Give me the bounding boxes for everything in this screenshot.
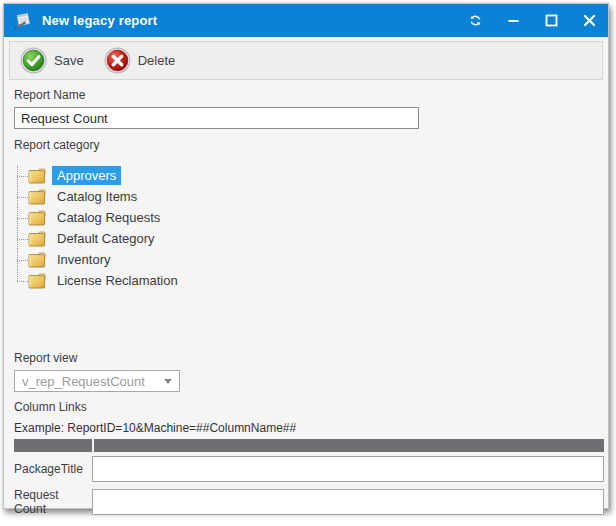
column-row-packagetitle: PackageTitle [14,452,604,485]
refresh-icon [469,14,482,27]
folder-icon [28,210,47,226]
column-row-label: PackageTitle [14,462,92,476]
request-count-link-input[interactable] [92,489,604,515]
save-button[interactable]: Save [20,47,84,74]
tree-item-catalog-items[interactable]: Catalog Items [14,186,602,207]
titlebar: New legacy report [4,4,608,37]
toolbar: Save Delete [9,41,603,80]
tree-connector-horizontal [17,239,28,240]
save-check-icon [20,47,47,74]
notepad-pen-icon [14,12,33,29]
column-row-request-count: Request Count [14,485,604,518]
tree-connector-horizontal [17,260,28,261]
table-header [14,439,604,452]
tree-item-inventory[interactable]: Inventory [14,249,602,270]
close-icon [583,14,596,27]
delete-button[interactable]: Delete [104,47,176,74]
packagetitle-link-input[interactable] [92,456,604,482]
report-name-label: Report Name [14,88,602,102]
tree-item-catalog-requests[interactable]: Catalog Requests [14,207,602,228]
folder-icon [28,231,47,247]
maximize-button[interactable] [544,14,558,28]
report-name-input[interactable] [14,107,419,129]
folder-icon [28,168,47,184]
tree-item-license-reclamation[interactable]: License Reclamation [14,270,602,291]
save-label: Save [54,53,84,68]
report-category-label: Report category [14,138,602,152]
refresh-button[interactable] [468,14,482,28]
folder-icon [28,252,47,268]
column-row-label: Request Count [14,488,92,516]
column-links-table: PackageTitleRequest Count [14,439,604,518]
tree-item-label: License Reclamation [52,271,183,290]
tree-item-label: Catalog Requests [52,208,165,227]
maximize-icon [545,14,558,27]
minimize-button[interactable] [506,14,520,28]
tree-item-label: Inventory [52,250,115,269]
tree-connector-horizontal [17,176,28,177]
delete-label: Delete [138,53,176,68]
tree-connector-horizontal [17,218,28,219]
new-legacy-report-dialog: New legacy report [3,3,609,509]
column-links-label: Column Links [14,400,602,414]
tree-connector-vertical [17,270,18,281]
table-header-cell-value [94,439,604,452]
chevron-down-icon [164,379,172,384]
window-title: New legacy report [42,13,468,28]
tree-item-label: Catalog Items [52,187,142,206]
tree-item-default-category[interactable]: Default Category [14,228,602,249]
report-view-dropdown[interactable]: v_rep_RequestCount [14,370,180,392]
tree-item-approvers[interactable]: Approvers [14,165,602,186]
folder-icon [28,189,47,205]
tree-connector-horizontal [17,197,28,198]
spacer [14,291,602,351]
table-rows: PackageTitleRequest Count [14,452,604,518]
report-view-value: v_rep_RequestCount [22,374,164,389]
report-view-label: Report view [14,351,602,365]
delete-x-icon [104,47,131,74]
tree-item-label: Default Category [52,229,160,248]
tree-item-label: Approvers [52,166,121,185]
column-links-example: Example: ReportID=10&Machine=##ColumnNam… [14,421,602,435]
close-button[interactable] [582,14,596,28]
form-content: Report Name Report category ApproversCat… [4,80,608,518]
minimize-icon [507,14,520,27]
category-tree: ApproversCatalog ItemsCatalog RequestsDe… [14,165,602,291]
table-header-cell-label [14,439,92,452]
folder-icon [28,273,47,289]
tree-connector-horizontal [17,281,28,282]
